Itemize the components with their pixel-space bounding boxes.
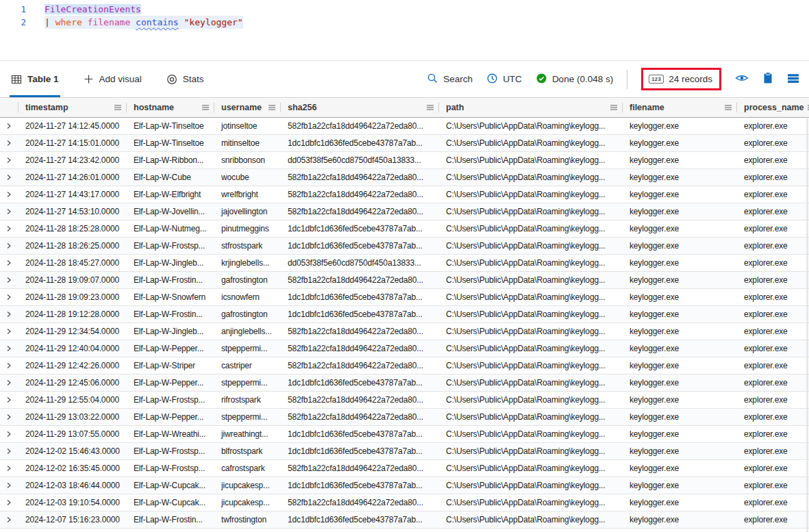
cell-username[interactable]: stpeppermi... — [214, 375, 280, 391]
cell-path[interactable]: C:\Users\Public\AppData\Roaming\keylogg.… — [438, 238, 622, 254]
row-expand-chevron-icon[interactable] — [0, 460, 18, 477]
cell-timestamp[interactable]: 2024-11-27 14:26:01.0000 — [18, 169, 126, 186]
cell-hostname[interactable]: Elf-Lap-W-Pepper... — [126, 340, 214, 357]
cell-hostname[interactable]: Elf-Lap-W-Cupcak... — [126, 477, 214, 494]
cell-username[interactable]: cafrostspark — [214, 460, 280, 477]
table-row[interactable]: 2024-11-28 19:09:07.0000Elf-Lap-W-Frosti… — [0, 272, 809, 289]
row-expand-chevron-icon[interactable] — [0, 220, 18, 237]
cell-path[interactable]: C:\Users\Public\AppData\Roaming\keylogg.… — [438, 118, 622, 134]
table-row[interactable]: 2024-11-29 13:03:22.0000Elf-Lap-W-Pepper… — [0, 409, 809, 426]
column-header-username[interactable]: username — [214, 98, 280, 117]
row-expand-chevron-icon[interactable] — [0, 203, 18, 220]
cell-filename[interactable]: keylogger.exe — [622, 152, 736, 168]
column-menu-icon[interactable] — [426, 103, 434, 112]
cell-timestamp[interactable]: 2024-12-03 18:46:44.0000 — [18, 477, 126, 494]
cell-timestamp[interactable]: 2024-11-27 14:53:10.0000 — [18, 203, 126, 220]
cell-filename[interactable]: keylogger.exe — [622, 238, 736, 254]
table-row[interactable]: 2024-11-27 14:53:10.0000Elf-Lap-W-Jovell… — [0, 203, 809, 220]
cell-sha256[interactable]: 1dc1dbfc1d636fed5cebe43787a7ab... — [280, 135, 438, 151]
cell-timestamp[interactable]: 2024-11-28 18:45:27.0000 — [18, 255, 126, 271]
cell-filename[interactable]: keylogger.exe — [622, 409, 736, 425]
column-header-filename[interactable]: filename — [622, 98, 736, 117]
cell-sha256[interactable]: 582fb1a22cfa18dd496422a72eda80... — [280, 203, 438, 220]
cell-timestamp[interactable]: 2024-12-02 15:46:43.0000 — [18, 443, 126, 459]
cell-path[interactable]: C:\Users\Public\AppData\Roaming\keylogg.… — [438, 323, 622, 340]
cell-sha256[interactable]: 1dc1dbfc1d636fed5cebe43787a7ab... — [280, 306, 438, 322]
cell-filename[interactable]: keylogger.exe — [622, 375, 736, 391]
cell-username[interactable]: snribbonson — [214, 152, 280, 168]
table-row[interactable]: 2024-12-02 16:35:45.0000Elf-Lap-W-Frosts… — [0, 460, 809, 477]
cell-filename[interactable]: keylogger.exe — [622, 169, 736, 186]
cell-timestamp[interactable]: 2024-11-29 12:42:26.0000 — [18, 357, 126, 374]
cell-hostname[interactable]: Elf-Lap-W-Cupcak... — [126, 494, 214, 511]
cell-process_name[interactable]: explorer.exe — [736, 460, 809, 477]
cell-filename[interactable]: keylogger.exe — [622, 443, 736, 459]
cell-process_name[interactable]: explorer.exe — [736, 203, 809, 220]
cell-filename[interactable]: keylogger.exe — [622, 494, 736, 511]
cell-path[interactable]: C:\Users\Public\AppData\Roaming\keylogg.… — [438, 426, 622, 442]
cell-timestamp[interactable]: 2024-11-28 18:25:28.0000 — [18, 220, 126, 237]
cell-filename[interactable]: keylogger.exe — [622, 323, 736, 340]
cell-path[interactable]: C:\Users\Public\AppData\Roaming\keylogg.… — [438, 460, 622, 477]
table-row[interactable]: 2024-11-28 18:25:28.0000Elf-Lap-W-Nutmeg… — [0, 220, 809, 238]
cell-timestamp[interactable]: 2024-11-27 14:12:45.0000 — [18, 118, 126, 134]
cell-sha256[interactable]: 1dc1dbfc1d636fed5cebe43787a7ab... — [280, 426, 438, 442]
cell-username[interactable]: twfrostington — [214, 511, 280, 528]
tab-stats[interactable]: Stats — [165, 61, 206, 97]
table-row[interactable]: 2024-11-29 12:45:06.0000Elf-Lap-W-Pepper… — [0, 375, 809, 392]
row-expand-chevron-icon[interactable] — [0, 306, 18, 322]
cell-sha256[interactable]: 582fb1a22cfa18dd496422a72eda80... — [280, 392, 438, 408]
row-expand-chevron-icon[interactable] — [0, 289, 18, 305]
cell-hostname[interactable]: Elf-Lap-W-Frostsp... — [126, 392, 214, 408]
code-line[interactable]: 2| where filename contains "keylogger" — [0, 16, 809, 29]
cell-timestamp[interactable]: 2024-11-29 13:03:22.0000 — [18, 409, 126, 425]
copy-button[interactable] — [762, 72, 773, 86]
cell-filename[interactable]: keylogger.exe — [622, 203, 736, 220]
row-expand-chevron-icon[interactable] — [0, 272, 18, 288]
cell-username[interactable]: jicupcakesp... — [214, 477, 280, 494]
cell-path[interactable]: C:\Users\Public\AppData\Roaming\keylogg.… — [438, 494, 622, 511]
cell-sha256[interactable]: 1dc1dbfc1d636fed5cebe43787a7ab... — [280, 289, 438, 305]
cell-path[interactable]: C:\Users\Public\AppData\Roaming\keylogg.… — [438, 255, 622, 271]
cell-filename[interactable]: keylogger.exe — [622, 426, 736, 442]
table-row[interactable]: 2024-11-27 14:12:45.0000Elf-Lap-W-Tinsel… — [0, 118, 809, 135]
cell-hostname[interactable]: Elf-Lap-W-Frostsp... — [126, 443, 214, 459]
cell-path[interactable]: C:\Users\Public\AppData\Roaming\keylogg.… — [438, 272, 622, 288]
cell-process_name[interactable]: explorer.exe — [736, 494, 809, 511]
cell-process_name[interactable]: explorer.exe — [736, 375, 809, 391]
table-row[interactable]: 2024-11-28 18:26:25.0000Elf-Lap-W-Frosts… — [0, 238, 809, 255]
cell-filename[interactable]: keylogger.exe — [622, 306, 736, 322]
cell-username[interactable]: blfrostspark — [214, 443, 280, 459]
cell-sha256[interactable]: 582fb1a22cfa18dd496422a72eda80... — [280, 409, 438, 425]
row-expand-chevron-icon[interactable] — [0, 443, 18, 459]
row-expand-chevron-icon[interactable] — [0, 118, 18, 134]
cell-hostname[interactable]: Elf-Lap-W-Jingleb... — [126, 323, 214, 340]
cell-filename[interactable]: keylogger.exe — [622, 511, 736, 528]
cell-sha256[interactable]: dd053f38f5e60cd8750df450a13833... — [280, 152, 438, 168]
cell-hostname[interactable]: Elf-Lap-W-Frostin... — [126, 306, 214, 322]
cell-process_name[interactable]: explorer.exe — [736, 357, 809, 374]
row-expand-chevron-icon[interactable] — [0, 375, 18, 391]
cell-sha256[interactable]: 1dc1dbfc1d636fed5cebe43787a7ab... — [280, 443, 438, 459]
cell-hostname[interactable]: Elf-Lap-W-Elfbright — [126, 186, 214, 203]
cell-process_name[interactable]: explorer.exe — [736, 272, 809, 288]
cell-sha256[interactable]: 582fb1a22cfa18dd496422a72eda80... — [280, 460, 438, 477]
vertical-scrollbar[interactable] — [806, 118, 808, 532]
cell-filename[interactable]: keylogger.exe — [622, 460, 736, 477]
cell-process_name[interactable]: explorer.exe — [736, 340, 809, 357]
cell-sha256[interactable]: 1dc1dbfc1d636fed5cebe43787a7ab... — [280, 238, 438, 254]
cell-username[interactable]: gafrostington — [214, 306, 280, 322]
cell-username[interactable]: stpeppermi... — [214, 409, 280, 425]
cell-filename[interactable]: keylogger.exe — [622, 340, 736, 357]
cell-path[interactable]: C:\Users\Public\AppData\Roaming\keylogg.… — [438, 306, 622, 322]
view-rows-button[interactable] — [787, 73, 799, 86]
cell-username[interactable]: stfrostspark — [214, 238, 280, 254]
column-header-hostname[interactable]: hostname — [126, 98, 214, 117]
cell-username[interactable]: gafrostington — [214, 272, 280, 288]
cell-sha256[interactable]: 582fb1a22cfa18dd496422a72eda80... — [280, 118, 438, 134]
cell-username[interactable]: pinutmeggins — [214, 220, 280, 237]
column-header-sha256[interactable]: sha256 — [280, 98, 438, 117]
cell-sha256[interactable]: 582fb1a22cfa18dd496422a72eda80... — [280, 323, 438, 340]
cell-sha256[interactable]: 582fb1a22cfa18dd496422a72eda80... — [280, 357, 438, 374]
cell-path[interactable]: C:\Users\Public\AppData\Roaming\keylogg.… — [438, 169, 622, 186]
